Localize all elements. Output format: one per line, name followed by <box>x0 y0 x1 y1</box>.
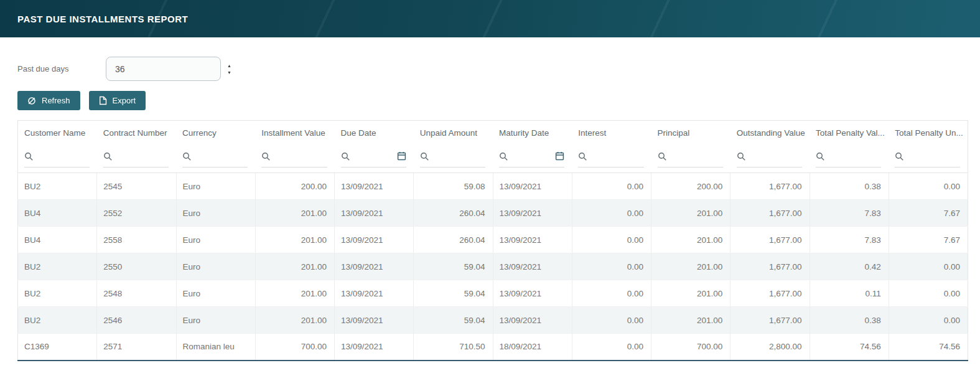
table-cell: 74.56 <box>810 334 889 361</box>
search-icon[interactable] <box>182 152 191 161</box>
column-header[interactable]: Maturity Date <box>493 121 572 146</box>
search-icon[interactable] <box>895 152 903 161</box>
table-cell: BU2 <box>18 173 97 200</box>
filter-input[interactable] <box>750 151 802 161</box>
table-cell: 0.00 <box>572 253 651 280</box>
refresh-icon <box>27 97 36 105</box>
table-cell: BU4 <box>18 200 97 227</box>
table-cell: 1,677.00 <box>730 227 810 253</box>
table-cell: 0.00 <box>572 280 651 307</box>
table-row[interactable]: BU22545Euro200.0013/09/202159.0813/09/20… <box>18 173 968 200</box>
refresh-button[interactable]: Refresh <box>17 91 80 110</box>
past-due-days-label: Past due days <box>17 64 106 73</box>
filter-input[interactable] <box>591 151 643 161</box>
export-button-label: Export <box>113 96 136 105</box>
table-cell: Euro <box>176 280 255 307</box>
table-cell: 0.38 <box>810 173 889 200</box>
table-cell: 201.00 <box>651 253 730 280</box>
filter-input[interactable] <box>829 151 881 161</box>
export-button[interactable]: Export <box>89 91 146 110</box>
table-row[interactable]: BU22550Euro201.0013/09/202159.0413/09/20… <box>18 253 968 280</box>
filter-input[interactable] <box>195 151 248 161</box>
controls-panel: Past due days ▲ ▼ Refresh <box>0 57 980 110</box>
filter-cell <box>889 146 968 173</box>
column-header[interactable]: Total Penalty Un... <box>889 121 968 146</box>
search-icon[interactable] <box>499 152 508 161</box>
calendar-icon[interactable] <box>555 151 564 161</box>
column-header[interactable]: Installment Value <box>255 121 334 146</box>
table-row[interactable]: BU22548Euro201.0013/09/202159.0413/09/20… <box>18 280 968 307</box>
table-cell: 700.00 <box>651 334 730 361</box>
table-cell: 1,677.00 <box>730 200 810 227</box>
filter-input[interactable] <box>908 151 960 161</box>
column-header[interactable]: Contract Number <box>97 121 176 146</box>
table-row[interactable]: C13692571Romanian leu700.0013/09/2021710… <box>18 334 968 361</box>
search-icon[interactable] <box>816 152 824 161</box>
filter-input[interactable] <box>671 151 723 161</box>
table-cell: 0.11 <box>810 280 889 307</box>
filter-input[interactable] <box>116 151 169 161</box>
table-cell: 201.00 <box>651 307 730 334</box>
search-icon[interactable] <box>658 152 666 161</box>
table-cell: 74.56 <box>889 334 968 361</box>
past-due-days-input[interactable] <box>106 57 221 81</box>
table-cell: 0.00 <box>889 253 968 280</box>
column-header[interactable]: Due Date <box>335 121 414 146</box>
spinner-buttons: ▲ ▼ <box>227 64 231 75</box>
filter-input[interactable] <box>512 151 551 161</box>
table-row[interactable]: BU42552Euro201.0013/09/2021260.0413/09/2… <box>18 200 968 227</box>
search-icon[interactable] <box>24 152 33 161</box>
table-cell: C1369 <box>18 334 97 361</box>
table-cell: 201.00 <box>255 227 334 253</box>
search-icon[interactable] <box>420 152 429 161</box>
spinner-up-button[interactable]: ▲ <box>227 64 231 68</box>
spinner-down-button[interactable]: ▼ <box>227 70 231 75</box>
column-header[interactable]: Principal <box>651 121 730 146</box>
table-cell: 13/09/2021 <box>493 173 572 200</box>
table-cell: Romanian leu <box>176 334 255 361</box>
table-cell: 7.67 <box>889 200 968 227</box>
table-cell: 13/09/2021 <box>493 280 572 307</box>
column-header[interactable]: Currency <box>176 121 255 146</box>
table-cell: 0.00 <box>889 280 968 307</box>
table-cell: 13/09/2021 <box>493 253 572 280</box>
filter-cell <box>810 146 889 173</box>
search-icon[interactable] <box>341 152 350 161</box>
table-cell: BU2 <box>18 307 97 334</box>
table-cell: 2552 <box>97 200 176 227</box>
table-cell: 710.50 <box>414 334 493 361</box>
table-cell: 2548 <box>97 280 176 307</box>
table-cell: 13/09/2021 <box>335 334 414 361</box>
filter-input[interactable] <box>37 151 90 161</box>
column-header[interactable]: Total Penalty Val... <box>810 121 889 146</box>
app-header: PAST DUE INSTALLMENTS REPORT <box>0 0 980 37</box>
column-header[interactable]: Outstanding Value <box>730 121 810 146</box>
table-cell: 201.00 <box>255 253 334 280</box>
column-header[interactable]: Unpaid Amount <box>414 121 493 146</box>
table-row[interactable]: BU22546Euro201.0013/09/202159.0413/09/20… <box>18 307 968 334</box>
table-cell: 13/09/2021 <box>335 227 414 253</box>
search-icon[interactable] <box>103 152 112 161</box>
search-icon[interactable] <box>578 152 587 161</box>
table-cell: 13/09/2021 <box>335 253 414 280</box>
table-cell: 59.04 <box>414 307 493 334</box>
table-row[interactable]: BU42558Euro201.0013/09/2021260.0413/09/2… <box>18 227 968 253</box>
filter-cell <box>651 146 730 173</box>
table-cell: 0.00 <box>572 200 651 227</box>
search-icon[interactable] <box>737 152 745 161</box>
filter-cell <box>255 146 334 173</box>
calendar-icon[interactable] <box>397 151 406 161</box>
refresh-button-label: Refresh <box>42 96 70 105</box>
column-header[interactable]: Interest <box>572 121 651 146</box>
page-title: PAST DUE INSTALLMENTS REPORT <box>17 14 188 24</box>
search-icon[interactable] <box>261 152 270 161</box>
table-cell: 201.00 <box>651 200 730 227</box>
filter-input[interactable] <box>354 151 393 161</box>
table-cell: 201.00 <box>255 280 334 307</box>
filter-cell <box>414 146 493 173</box>
filter-input[interactable] <box>274 151 327 161</box>
column-header[interactable]: Customer Name <box>18 121 97 146</box>
table-cell: 0.00 <box>572 307 651 334</box>
table-cell: 0.00 <box>889 307 968 334</box>
filter-input[interactable] <box>433 151 485 161</box>
